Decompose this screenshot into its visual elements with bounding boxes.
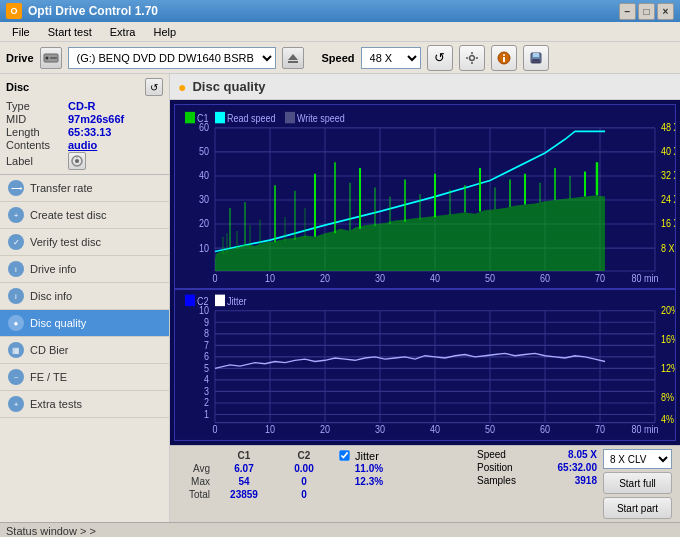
speed-label: Speed bbox=[322, 52, 355, 64]
cd-bier-icon: ▦ bbox=[8, 342, 24, 358]
speed-info: Speed 8.05 X Position 65:32.00 Samples 3… bbox=[477, 449, 597, 486]
menu-file[interactable]: File bbox=[4, 24, 38, 40]
svg-rect-22 bbox=[215, 112, 225, 123]
svg-text:16 X: 16 X bbox=[661, 218, 675, 230]
total-jitter bbox=[334, 488, 404, 501]
nav-verify-test-label: Verify test disc bbox=[30, 236, 101, 248]
jitter-checkbox[interactable] bbox=[339, 450, 349, 460]
title-bar: O Opti Drive Control 1.70 − □ × bbox=[0, 0, 680, 22]
refresh-button[interactable]: ↺ bbox=[427, 45, 453, 71]
status-window-label[interactable]: Status window > > bbox=[6, 525, 96, 537]
max-label: Max bbox=[178, 475, 214, 488]
avg-c2: 0.00 bbox=[274, 462, 334, 475]
extra-tests-icon: + bbox=[8, 396, 24, 412]
svg-text:8%: 8% bbox=[661, 391, 674, 403]
sidebar-item-disc-info[interactable]: i Disc info bbox=[0, 283, 169, 310]
menu-start-test[interactable]: Start test bbox=[40, 24, 100, 40]
minimize-button[interactable]: − bbox=[619, 3, 636, 20]
save-button[interactable] bbox=[523, 45, 549, 71]
content-title: Disc quality bbox=[192, 79, 265, 94]
menu-extra[interactable]: Extra bbox=[102, 24, 144, 40]
eject-icon[interactable] bbox=[282, 47, 304, 69]
start-full-button[interactable]: Start full bbox=[603, 472, 672, 494]
drive-info-icon: i bbox=[8, 261, 24, 277]
disc-label-label: Label bbox=[6, 155, 64, 167]
start-part-button[interactable]: Start part bbox=[603, 497, 672, 519]
maximize-button[interactable]: □ bbox=[638, 3, 655, 20]
sidebar-item-transfer-rate[interactable]: ⟶ Transfer rate bbox=[0, 175, 169, 202]
jitter-area: Jitter bbox=[338, 449, 379, 462]
chart-c2: C2 Jitter bbox=[174, 289, 676, 441]
stats-c1-header: C1 bbox=[214, 449, 274, 462]
svg-rect-96 bbox=[185, 295, 195, 307]
stats-table: C1 C2 Jitter Avg 6.07 0.00 11.0% Max 54 bbox=[178, 449, 469, 501]
max-jitter: 12.3% bbox=[334, 475, 404, 488]
svg-text:10: 10 bbox=[265, 423, 276, 435]
total-c2: 0 bbox=[274, 488, 334, 501]
speed-select[interactable]: 48 X bbox=[361, 47, 421, 69]
svg-rect-14 bbox=[533, 53, 539, 57]
verify-test-icon: ✓ bbox=[8, 234, 24, 250]
menu-help[interactable]: Help bbox=[145, 24, 184, 40]
svg-text:8: 8 bbox=[204, 328, 209, 340]
jitter-label: Jitter bbox=[355, 450, 379, 462]
sidebar-item-disc-quality[interactable]: ● Disc quality bbox=[0, 310, 169, 337]
close-button[interactable]: × bbox=[657, 3, 674, 20]
transfer-rate-icon: ⟶ bbox=[8, 180, 24, 196]
svg-point-9 bbox=[476, 57, 478, 59]
info-button[interactable] bbox=[491, 45, 517, 71]
svg-point-7 bbox=[471, 62, 473, 64]
svg-text:5: 5 bbox=[204, 362, 209, 374]
sidebar-item-create-test-disc[interactable]: + Create test disc bbox=[0, 202, 169, 229]
avg-jitter: 11.0% bbox=[334, 462, 404, 475]
svg-text:Write speed: Write speed bbox=[297, 113, 345, 125]
svg-text:60: 60 bbox=[199, 122, 209, 134]
clv-select[interactable]: 8 X CLV 4 X CLV 16 X CLV bbox=[603, 449, 672, 469]
disc-label-button[interactable] bbox=[68, 152, 86, 170]
create-test-icon: + bbox=[8, 207, 24, 223]
disc-refresh-button[interactable]: ↺ bbox=[145, 78, 163, 96]
svg-point-12 bbox=[503, 54, 505, 56]
total-label: Total bbox=[178, 488, 214, 501]
stats-c2-header: C2 bbox=[274, 449, 334, 462]
svg-text:Read speed: Read speed bbox=[227, 113, 275, 125]
nav-disc-info-label: Disc info bbox=[30, 290, 72, 302]
svg-text:10: 10 bbox=[199, 305, 210, 317]
settings-button[interactable] bbox=[459, 45, 485, 71]
disc-contents-value[interactable]: audio bbox=[68, 139, 97, 151]
stats-row: C1 C2 Jitter Avg 6.07 0.00 11.0% Max 54 bbox=[170, 445, 680, 522]
svg-text:30: 30 bbox=[375, 423, 386, 435]
svg-point-5 bbox=[469, 55, 474, 60]
svg-rect-4 bbox=[288, 61, 298, 63]
disc-type-label: Type bbox=[6, 100, 64, 112]
disc-length-value: 65:33.13 bbox=[68, 126, 111, 138]
nav-extra-tests-label: Extra tests bbox=[30, 398, 82, 410]
svg-text:12%: 12% bbox=[661, 362, 675, 374]
svg-point-6 bbox=[471, 52, 473, 54]
drive-select[interactable]: (G:) BENQ DVD DD DW1640 BSRB bbox=[68, 47, 276, 69]
disc-quality-icon: ● bbox=[8, 315, 24, 331]
svg-text:24 X: 24 X bbox=[661, 194, 675, 206]
disc-type-value: CD-R bbox=[68, 100, 96, 112]
nav-cd-bier-label: CD Bier bbox=[30, 344, 69, 356]
drive-bar: Drive (G:) BENQ DVD DD DW1640 BSRB Speed… bbox=[0, 42, 680, 74]
main-area: Disc ↺ Type CD-R MID 97m26s66f Length 65… bbox=[0, 74, 680, 522]
sidebar-item-extra-tests[interactable]: + Extra tests bbox=[0, 391, 169, 418]
sidebar-item-verify-test-disc[interactable]: ✓ Verify test disc bbox=[0, 229, 169, 256]
svg-text:20: 20 bbox=[320, 273, 330, 285]
sidebar-item-fe-te[interactable]: ~ FE / TE bbox=[0, 364, 169, 391]
content-area: ● Disc quality C1 Read speed Write speed bbox=[170, 74, 680, 522]
svg-text:80 min: 80 min bbox=[632, 273, 659, 285]
sidebar-item-cd-bier[interactable]: ▦ CD Bier bbox=[0, 337, 169, 364]
svg-text:20: 20 bbox=[199, 218, 209, 230]
svg-text:32 X: 32 X bbox=[661, 170, 675, 182]
svg-text:40: 40 bbox=[430, 273, 440, 285]
svg-point-1 bbox=[45, 56, 48, 59]
app-icon: O bbox=[6, 3, 22, 19]
sidebar-item-drive-info[interactable]: i Drive info bbox=[0, 256, 169, 283]
svg-text:3: 3 bbox=[204, 385, 209, 397]
stats-empty-header bbox=[178, 449, 214, 462]
disc-panel: Disc ↺ Type CD-R MID 97m26s66f Length 65… bbox=[0, 74, 169, 175]
status-window-row: Status window > > bbox=[0, 523, 680, 537]
svg-text:8 X: 8 X bbox=[661, 242, 675, 254]
